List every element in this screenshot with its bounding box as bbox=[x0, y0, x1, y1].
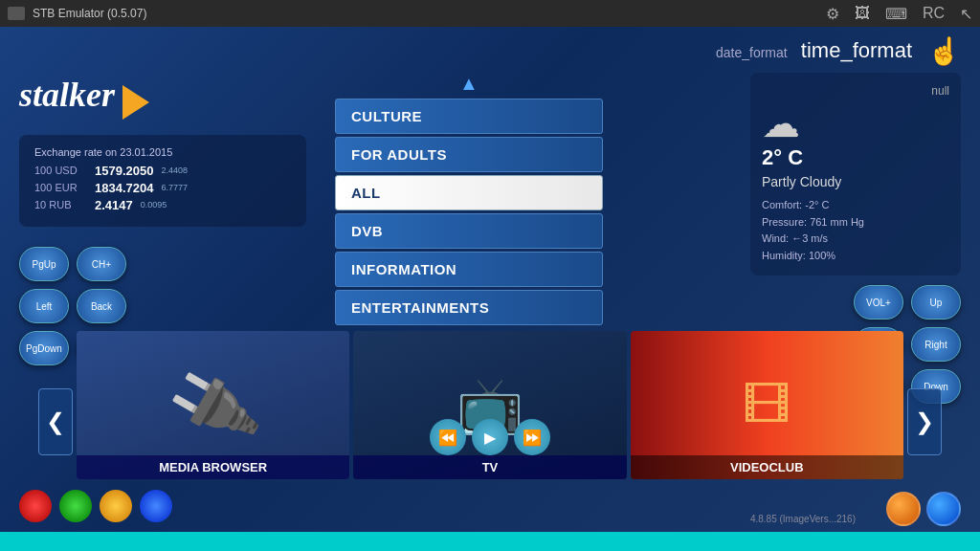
exchange-row-usd: 100 USD 1579.2050 2.4408 bbox=[34, 164, 291, 178]
left-panel: stalker Exchange rate on 23.01.2015 100 … bbox=[19, 75, 306, 227]
titlebar: STB Emulator (0.5.07) ⚙ 🖼 ⌨ RC ↖ bbox=[0, 0, 980, 27]
app-title: STB Emulator (0.5.07) bbox=[33, 7, 146, 20]
exchange-title: Exchange rate on 23.01.2015 bbox=[34, 146, 291, 158]
titlebar-settings-icon[interactable]: ⚙ bbox=[826, 5, 839, 23]
hand-pointer-icon: ☝ bbox=[927, 35, 961, 67]
logo-text: stalker bbox=[19, 76, 115, 114]
main-content: date_format time_format ☝ stalker Exchan… bbox=[0, 27, 980, 532]
channel-menu: ▲ CULTURE FOR ADULTS ALL DVB INFORMATION… bbox=[335, 73, 603, 351]
weather-pressure: Pressure: 761 mm Hg bbox=[762, 214, 949, 231]
left-button[interactable]: Left bbox=[19, 289, 69, 323]
titlebar-keyboard-icon[interactable]: ⌨ bbox=[885, 5, 907, 23]
time-format-label: time_format bbox=[801, 38, 912, 62]
app-icon bbox=[8, 7, 25, 20]
tv-label: TV bbox=[353, 455, 626, 479]
weather-humidity: Humidity: 100% bbox=[762, 248, 949, 265]
rub-change: 0.0095 bbox=[141, 200, 167, 209]
thumbnails-row: 🔌 MEDIA BROWSER 📺 ⏪ ▶ ⏩ TV 🎞 VIDEOCLUB bbox=[77, 331, 903, 479]
ch-plus-button[interactable]: CH+ bbox=[77, 247, 126, 281]
date-format-label: date_format bbox=[716, 45, 788, 60]
top-bar: date_format time_format ☝ bbox=[0, 27, 980, 75]
weather-temperature: 2° C bbox=[762, 145, 949, 170]
tv-thumb[interactable]: 📺 ⏪ ▶ ⏩ TV bbox=[353, 331, 626, 479]
prev-arrow-icon[interactable]: ❮ bbox=[38, 388, 73, 455]
titlebar-cursor-icon: ↖ bbox=[960, 5, 972, 23]
weather-panel: null ☁ 2° C Partly Cloudy Comfort: -2° C… bbox=[750, 73, 961, 276]
green-button[interactable] bbox=[59, 490, 92, 522]
nav-row-1: PgUp CH+ bbox=[19, 247, 126, 281]
weather-cloud-icon: ☁ bbox=[762, 101, 800, 145]
right-row-1: VOL+ Up bbox=[854, 285, 961, 320]
eur-value: 1834.7204 bbox=[95, 181, 153, 195]
window-controls: ⚙ 🖼 ⌨ RC ↖ bbox=[826, 5, 972, 23]
blue-ball bbox=[926, 492, 961, 526]
menu-item-entertainments[interactable]: ENTERTAINMENTS bbox=[335, 290, 603, 325]
next-arrow-icon[interactable]: ❯ bbox=[907, 388, 942, 455]
rub-value: 2.4147 bbox=[95, 198, 133, 212]
media-browser-thumb[interactable]: 🔌 MEDIA BROWSER bbox=[77, 331, 349, 479]
play-button[interactable]: ▶ bbox=[472, 419, 508, 455]
menu-item-culture[interactable]: CULTURE bbox=[335, 99, 603, 134]
media-browser-label: MEDIA BROWSER bbox=[77, 455, 349, 479]
menu-item-information[interactable]: INFORMATION bbox=[335, 252, 603, 287]
logo-arrow-icon bbox=[122, 85, 149, 120]
nav-row-2: Left Back bbox=[19, 289, 126, 323]
exchange-rate-box: Exchange rate on 23.01.2015 100 USD 1579… bbox=[19, 135, 306, 227]
menu-item-all[interactable]: ALL bbox=[335, 175, 603, 210]
thumb-nav-right[interactable]: ❯ bbox=[907, 388, 942, 455]
forward-button[interactable]: ⏩ bbox=[514, 419, 550, 455]
exchange-row-rub: 10 RUB 2.4147 0.0095 bbox=[34, 198, 291, 212]
yellow-button[interactable] bbox=[100, 490, 132, 522]
weather-null-label: null bbox=[762, 84, 949, 98]
playback-controls: ⏪ ▶ ⏩ bbox=[430, 419, 550, 455]
titlebar-image-icon[interactable]: 🖼 bbox=[855, 5, 870, 22]
right-button[interactable]: Right bbox=[911, 327, 961, 362]
menu-arrow-up-icon[interactable]: ▲ bbox=[335, 73, 603, 95]
up-button[interactable]: Up bbox=[911, 285, 961, 320]
weather-comfort: Comfort: -2° C bbox=[762, 197, 949, 214]
titlebar-rc-label[interactable]: RC bbox=[923, 5, 945, 22]
usd-currency: 100 USD bbox=[34, 165, 87, 176]
eur-change: 6.7777 bbox=[161, 183, 188, 192]
menu-item-dvb[interactable]: DVB bbox=[335, 213, 603, 249]
version-info: 4.8.85 (ImageVers...216) bbox=[750, 514, 856, 524]
pgdown-button[interactable]: PgDown bbox=[19, 331, 69, 365]
videoclub-label: VIDEOCLUB bbox=[631, 455, 903, 479]
red-button[interactable] bbox=[19, 490, 52, 522]
usb-icon: 🔌 bbox=[161, 355, 265, 455]
color-buttons bbox=[19, 490, 172, 522]
menu-item-for-adults[interactable]: FOR ADULTS bbox=[335, 137, 603, 172]
videoclub-thumb[interactable]: 🎞 VIDEOCLUB bbox=[631, 331, 903, 479]
logo: stalker bbox=[19, 75, 306, 120]
orange-ball bbox=[886, 492, 921, 526]
thumb-nav-left[interactable]: ❮ bbox=[38, 388, 73, 455]
weather-description: Partly Cloudy bbox=[762, 174, 949, 189]
rub-currency: 10 RUB bbox=[34, 199, 87, 210]
film-icon: 🎞 bbox=[743, 378, 791, 433]
usd-value: 1579.2050 bbox=[95, 164, 153, 178]
datetime-display: date_format time_format bbox=[716, 38, 912, 63]
vol-plus-button[interactable]: VOL+ bbox=[854, 285, 903, 320]
usd-change: 2.4408 bbox=[161, 165, 188, 175]
eur-currency: 100 EUR bbox=[34, 182, 87, 193]
blue-button[interactable] bbox=[140, 490, 172, 522]
bottom-status-bar bbox=[0, 532, 980, 551]
rewind-button[interactable]: ⏪ bbox=[430, 419, 466, 455]
exchange-row-eur: 100 EUR 1834.7204 6.7777 bbox=[34, 181, 291, 195]
back-button[interactable]: Back bbox=[77, 289, 126, 323]
decorative-balls bbox=[886, 492, 961, 526]
pgup-button[interactable]: PgUp bbox=[19, 247, 69, 281]
weather-wind: Wind: ←3 m/s bbox=[762, 231, 949, 248]
